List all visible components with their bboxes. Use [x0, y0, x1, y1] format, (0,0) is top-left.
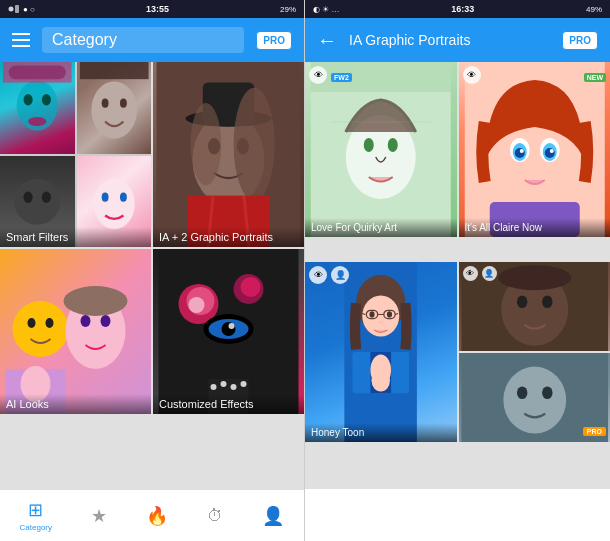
nav-profile[interactable]: 👤: [262, 505, 284, 527]
ai-looks-label: AI Looks: [0, 394, 151, 414]
person-icon-honey: 👤: [331, 266, 349, 284]
svg-point-27: [13, 301, 69, 357]
right-header: ← IA Graphic Portraits PRO: [305, 18, 610, 62]
bottom-dark-tile[interactable]: 👁 👤: [459, 262, 611, 351]
graphic-portrait-svg: [153, 62, 304, 247]
svg-point-9: [101, 99, 108, 108]
nav-category[interactable]: ⊞ Category: [20, 499, 52, 532]
svg-point-41: [241, 277, 261, 297]
hamburger-menu-icon[interactable]: [12, 33, 30, 47]
svg-point-25: [190, 103, 221, 185]
svg-point-8: [91, 81, 137, 138]
fw2-badge: FW2: [331, 73, 352, 82]
svg-point-3: [24, 94, 33, 105]
eye-icon-love: 👁: [309, 66, 327, 84]
notification-icon: [8, 4, 20, 14]
love-quirky-svg: [305, 62, 457, 237]
person-icon-dark: 👤: [482, 266, 497, 281]
clock-user-icon: ⏱: [207, 507, 223, 525]
status-bar-right: ◐ ☀ … 16:33 49%: [305, 0, 610, 18]
smart-filters-tile[interactable]: Smart Filters: [0, 62, 151, 247]
fire-icon: 🔥: [146, 505, 168, 527]
svg-rect-11: [79, 62, 148, 79]
left-status-right: 29%: [280, 5, 296, 14]
svg-point-15: [93, 178, 134, 228]
svg-point-39: [189, 297, 205, 313]
nav-favorites[interactable]: ★: [91, 505, 107, 527]
svg-point-16: [101, 192, 108, 201]
left-status-time: 13:55: [146, 4, 169, 14]
right-status-left: ◐ ☀ …: [313, 5, 339, 14]
collage-teal: [0, 62, 75, 154]
svg-point-62: [519, 149, 523, 153]
new-badge: NEW: [584, 73, 606, 82]
eye-icon-claire: 👁: [463, 66, 481, 84]
honey-toon-svg: [305, 262, 457, 442]
pro-badge-right[interactable]: PRO: [562, 31, 598, 50]
category-grid: Smart Filters IA + 2 Graphic: [0, 62, 304, 489]
love-quirky-icons: 👁: [309, 66, 327, 84]
claire-svg: [459, 62, 611, 237]
svg-point-31: [81, 315, 91, 327]
svg-point-77: [387, 311, 392, 317]
customized-effects-tile[interactable]: Customized Effects: [153, 249, 304, 414]
love-quirky-art-tile[interactable]: 👁 FW2 Love For Quirky Art: [305, 62, 457, 237]
svg-point-65: [544, 148, 554, 158]
svg-point-91: [542, 386, 552, 399]
svg-point-61: [514, 148, 524, 158]
claire-label: It's All Claire Now: [459, 218, 611, 237]
svg-point-33: [64, 286, 128, 316]
ai-looks-svg: [0, 249, 151, 414]
svg-point-53: [364, 138, 374, 152]
category-label: Category: [20, 523, 52, 532]
left-header-title: Category: [42, 27, 244, 53]
customized-effects-label: Customized Effects: [153, 394, 304, 414]
svg-point-89: [503, 366, 566, 433]
category-icon: ⊞: [28, 499, 43, 521]
svg-point-81: [371, 369, 390, 392]
svg-point-49: [231, 384, 237, 390]
svg-point-48: [221, 381, 227, 387]
pro-badge-left[interactable]: PRO: [256, 31, 292, 50]
svg-point-28: [28, 318, 36, 328]
new-badge-container: NEW: [584, 66, 606, 84]
svg-point-90: [516, 386, 526, 399]
smart-filters-collage: [0, 62, 151, 247]
nav-trending[interactable]: 🔥: [146, 505, 168, 527]
svg-point-5: [28, 117, 46, 126]
svg-point-66: [549, 149, 553, 153]
claire-tile[interactable]: 👁 NEW It's All Claire Now: [459, 62, 611, 237]
portrait-face-svg: [77, 62, 152, 154]
nav-recent[interactable]: ⏱: [207, 507, 223, 525]
svg-rect-7: [9, 65, 66, 79]
fw2-badge-container: FW2: [331, 66, 352, 84]
svg-point-14: [42, 191, 51, 202]
right-bottom-tiles: 👁 👤 PRO: [459, 262, 611, 442]
eye-icon-honey: 👁: [309, 266, 327, 284]
left-panel: ● ○ 13:55 29% Category PRO: [0, 0, 305, 541]
svg-point-86: [542, 295, 552, 308]
pro-badge-tile: PRO: [583, 420, 606, 438]
svg-point-50: [241, 381, 247, 387]
graphic-portraits-label: IA + 2 Graphic Portraits: [153, 227, 304, 247]
pro-badge-small: PRO: [583, 427, 606, 436]
svg-point-47: [211, 384, 217, 390]
profile-icon: 👤: [262, 505, 284, 527]
ai-looks-tile[interactable]: AI Looks: [0, 249, 151, 414]
graphic-portraits-tile[interactable]: IA + 2 Graphic Portraits: [153, 62, 304, 247]
left-header: Category PRO: [0, 18, 304, 62]
svg-point-45: [229, 323, 235, 329]
svg-point-85: [516, 295, 526, 308]
svg-point-17: [119, 192, 126, 201]
svg-point-12: [14, 178, 60, 224]
right-bottom-bar: [305, 489, 610, 541]
svg-point-32: [101, 315, 111, 327]
svg-point-87: [498, 265, 571, 290]
back-button[interactable]: ←: [317, 30, 337, 50]
honey-toon-icons: 👁 👤: [309, 266, 349, 284]
right-panel: ◐ ☀ … 16:33 49% ← IA Graphic Portraits P…: [305, 0, 610, 541]
bottom-grey-tile[interactable]: PRO: [459, 353, 611, 442]
right-status-time: 16:33: [451, 4, 474, 14]
collage-portrait: [77, 62, 152, 154]
honey-toon-tile[interactable]: 👁 👤 Honey Toon: [305, 262, 457, 442]
